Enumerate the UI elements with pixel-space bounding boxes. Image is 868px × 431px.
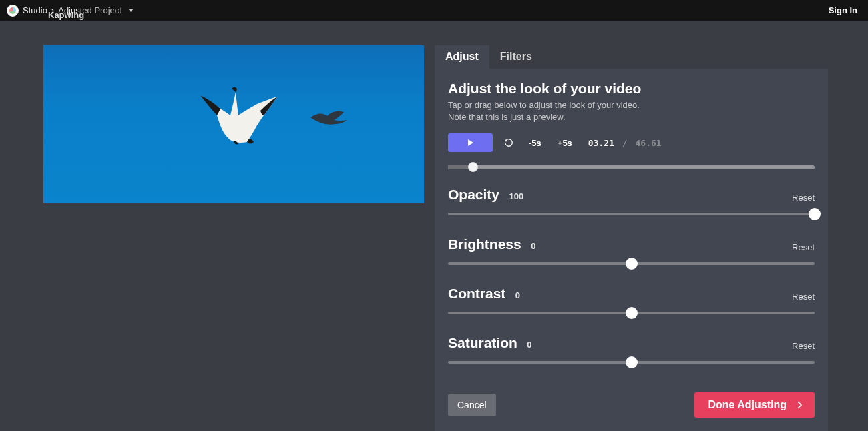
rewind-button[interactable]	[501, 138, 517, 147]
time-current: 03.21	[588, 138, 614, 148]
time-display: 03.21 / 46.61	[588, 138, 662, 148]
opacity-row: Opacity 100 Reset	[448, 187, 815, 220]
bird-illustration-small	[307, 104, 354, 131]
skip-back-5s[interactable]: -5s	[525, 138, 546, 148]
brightness-reset[interactable]: Reset	[792, 242, 815, 252]
opacity-label: Opacity	[448, 187, 499, 202]
panel-subtitle-2: Note that this is just a preview.	[448, 111, 815, 123]
rewind-icon	[504, 138, 513, 147]
app-header: Kapwing Studio › Adjusted Project Sign I…	[0, 0, 868, 21]
time-total: 46.61	[635, 138, 661, 148]
time-separator: /	[622, 138, 628, 148]
opacity-value: 100	[509, 191, 523, 201]
play-icon	[468, 139, 473, 146]
brightness-thumb[interactable]	[626, 258, 638, 270]
playback-controls: -5s +5s 03.21 / 46.61	[448, 133, 815, 152]
tab-adjust[interactable]: Adjust	[435, 45, 489, 69]
panel-title: Adjust the look of your video	[448, 81, 815, 97]
panel-footer: Cancel Done Adjusting	[435, 380, 828, 431]
contrast-thumb[interactable]	[626, 307, 638, 319]
timeline-slider[interactable]	[448, 161, 815, 172]
breadcrumb: Kapwing Studio › Adjusted Project	[23, 5, 134, 15]
project-suffix: ed Project	[82, 5, 122, 15]
contrast-slider[interactable]	[448, 307, 815, 319]
opacity-slider[interactable]	[448, 208, 815, 220]
saturation-thumb[interactable]	[626, 356, 638, 368]
video-preview[interactable]	[43, 45, 424, 203]
contrast-reset[interactable]: Reset	[792, 292, 815, 302]
sign-in-link[interactable]: Sign In	[829, 5, 857, 15]
play-button[interactable]	[448, 133, 493, 152]
saturation-reset[interactable]: Reset	[792, 341, 815, 351]
cancel-button[interactable]: Cancel	[448, 394, 496, 416]
adjust-panel: Adjust Filters Adjust the look of your v…	[435, 45, 828, 431]
opacity-reset[interactable]: Reset	[792, 193, 815, 203]
brightness-label: Brightness	[448, 236, 521, 252]
brightness-value: 0	[531, 241, 535, 251]
opacity-thumb[interactable]	[809, 208, 821, 220]
brand-overlay: Kapwing	[48, 10, 84, 20]
breadcrumb-studio[interactable]: Studio	[23, 5, 47, 15]
done-button[interactable]: Done Adjusting	[694, 392, 815, 418]
contrast-value: 0	[515, 290, 520, 300]
tabs: Adjust Filters	[435, 45, 828, 69]
saturation-row: Saturation 0 Reset	[448, 335, 815, 368]
saturation-label: Saturation	[448, 335, 517, 350]
saturation-value: 0	[527, 340, 531, 350]
contrast-row: Contrast 0 Reset	[448, 286, 815, 319]
saturation-slider[interactable]	[448, 356, 815, 368]
contrast-label: Contrast	[448, 286, 505, 301]
brightness-row: Brightness 0 Reset	[448, 236, 815, 270]
done-button-label: Done Adjusting	[708, 399, 787, 411]
adjust-sliders: Opacity 100 Reset Brightness 0	[448, 187, 815, 380]
timeline-thumb[interactable]	[468, 162, 478, 172]
brightness-slider[interactable]	[448, 258, 815, 270]
skip-forward-5s[interactable]: +5s	[554, 138, 576, 148]
tab-filters[interactable]: Filters	[489, 45, 543, 69]
chevron-down-icon[interactable]	[128, 9, 134, 12]
app-logo	[7, 5, 19, 17]
chevron-right-icon	[795, 400, 804, 410]
bird-illustration	[197, 79, 297, 159]
panel-subtitle-1: Tap or drag below to adjust the look of …	[448, 99, 815, 111]
